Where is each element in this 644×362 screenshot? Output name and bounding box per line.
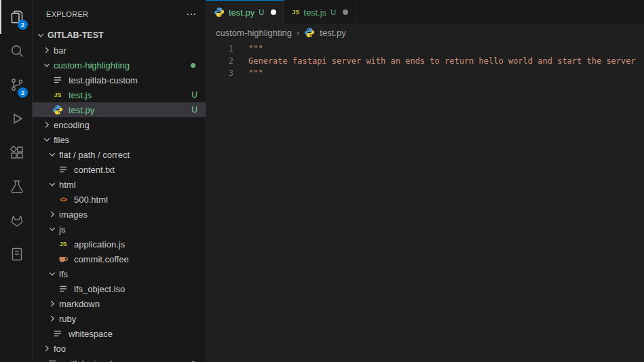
chevron-down-icon [35,30,46,41]
testing-icon [9,178,25,195]
count-badge: 2 [18,87,28,98]
tree-folder-markdown[interactable]: markdown [33,296,206,311]
tree-folder-lfs[interactable]: lfs [33,266,206,281]
activity-run-debug-button[interactable] [0,102,32,136]
item-label: ruby [59,314,76,324]
breadcrumb-folder[interactable]: custom-highlighting [216,28,292,38]
tree-folder-html[interactable]: html [33,177,206,192]
editor-lines[interactable]: 1"""2Generate fastapi server with an end… [206,41,644,362]
gitlab-icon [9,212,25,228]
item-label: commit.coffee [74,254,129,264]
more-actions-button[interactable]: ⋯ [186,8,196,20]
item-label: custom-highlighting [54,60,130,71]
line-number: 1 [206,43,233,55]
modified-dot-icon[interactable] [271,9,276,15]
chevron-down-icon [41,134,52,145]
item-label: flat / path / correct [59,150,130,160]
tree-file-test-py[interactable]: test.pyU [33,102,206,117]
activity-search-button[interactable] [0,34,32,68]
tree-folder-bar[interactable]: bar [33,43,206,58]
explorer-header: EXPLORER ⋯ [33,0,206,28]
chevron-right-icon [41,119,52,130]
activity-source-control-button[interactable]: 2 [0,68,32,102]
tree-folder-files[interactable]: files [33,132,206,147]
tree-file-test-js[interactable]: JStest.jsU [33,87,206,102]
chevron-down-icon [47,179,58,190]
tree-folder-custom-highlighting[interactable]: custom-highlighting [33,58,206,73]
git-status-badge: U [259,8,264,16]
activity-gitlab-button[interactable] [0,203,32,237]
code-text: """ [233,67,263,79]
activity-document-button[interactable] [0,237,32,271]
activity-bar: 22 [0,0,33,362]
item-label: lfs [59,269,68,279]
document-icon [9,246,25,262]
chevron-right-icon [47,209,58,220]
code-text: """ [233,43,263,55]
line-number: 2 [206,55,233,67]
html-icon: <> [58,194,69,205]
tree-file-whitespace[interactable]: whitespace [33,326,206,341]
run-debug-icon [9,110,25,127]
python-icon [214,7,225,18]
activity-explorer-button[interactable]: 2 [0,0,32,34]
tree-file-commit-coffee[interactable]: commit.coffee [33,252,206,266]
code-line[interactable]: 2Generate fastapi server with an ends to… [206,55,644,67]
item-label: test.js [69,90,92,100]
tree-file-application-js[interactable]: JSapplication.js [33,237,206,252]
tree-folder-images[interactable]: images [33,207,206,222]
item-label: application.js [74,239,125,249]
file-icon [58,164,69,175]
tree-file-test-gitlab-custom[interactable]: test.gitlab-custom [33,73,206,87]
item-label: test.gitlab-custom [69,75,138,85]
tree-file-500-html[interactable]: <>500.html [33,192,206,207]
explorer-title: EXPLORER [46,10,88,18]
git-status-badge: U [191,90,197,100]
tab-label: test.py [229,7,254,18]
item-label: markdown [59,299,100,309]
tree-folder-ruby[interactable]: ruby [33,311,206,326]
js-icon: JS [58,239,69,249]
git-status-badge: U [191,105,197,115]
item-label: js [59,224,65,235]
sidebar: EXPLORER ⋯ GITLAB-TEST barcustom-highlig… [33,0,206,362]
chevron-right-icon [47,313,58,324]
root-folder-row[interactable]: GITLAB-TEST [33,28,206,43]
tree-file-content-txt[interactable]: content.txt [33,162,206,177]
root-folder-label: GITLAB-TEST [48,31,104,40]
chevron-down-icon [41,60,52,71]
file-icon [47,358,58,362]
vscode-window: 22 EXPLORER ⋯ GITLAB-TEST barcustom-high… [0,0,644,362]
item-label: encoding [54,120,90,130]
tree-folder-flat-path-correct[interactable]: flat / path / correct [33,147,206,162]
activity-extensions-button[interactable] [0,136,32,169]
item-label: images [59,209,88,220]
tab-bar: test.pyUJStest.jsU [206,0,644,24]
breadcrumb-file[interactable]: test.py [320,28,345,38]
tab-test-py[interactable]: test.pyU [206,0,284,24]
tree-folder-js[interactable]: js [33,222,206,237]
activity-testing-button[interactable] [0,169,32,203]
item-label: lfs_object.iso [74,284,125,294]
chevron-down-icon [47,149,58,160]
tab-label: test.js [303,7,326,18]
tree-file-gitlab-ci-yml[interactable]: .gitlab-ci.yml [33,356,206,362]
file-tree: barcustom-highlightingtest.gitlab-custom… [33,43,206,362]
file-icon [52,75,63,85]
file-icon [58,283,69,294]
tree-folder-foo[interactable]: foo [33,341,206,356]
python-icon [52,104,63,115]
coffee-icon [58,254,69,264]
tree-folder-encoding[interactable]: encoding [33,117,206,132]
line-number: 3 [206,67,233,79]
item-label: content.txt [74,165,115,175]
git-status-badge: U [330,8,336,16]
code-line[interactable]: 1""" [206,43,644,55]
tab-test-js[interactable]: JStest.jsU [284,0,356,24]
chevron-right-icon [47,298,58,309]
tree-file-lfs-object-iso[interactable]: lfs_object.iso [33,281,206,296]
search-icon [9,43,25,59]
code-line[interactable]: 3""" [206,67,644,79]
modified-dot [191,63,195,68]
modified-dot-icon[interactable] [343,9,348,15]
